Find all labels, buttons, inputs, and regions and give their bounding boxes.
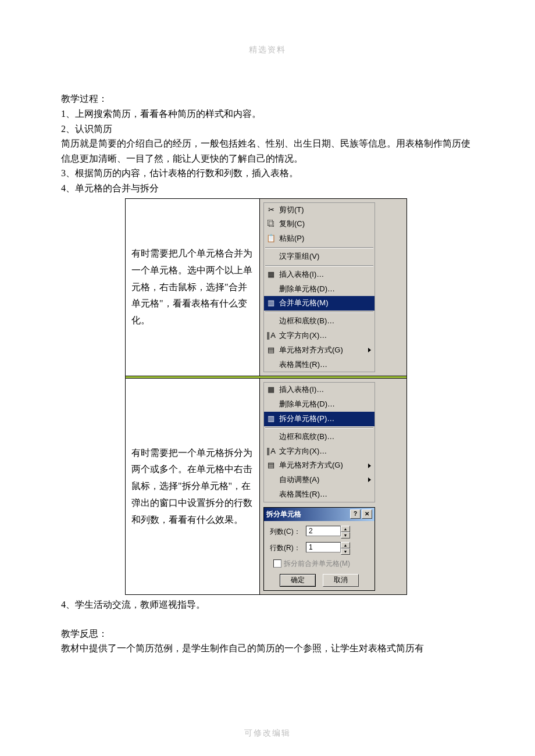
- menu-item-copy[interactable]: ⿻ 复制(C): [264, 217, 374, 231]
- menu-label: 单元格对齐方式(G): [279, 459, 362, 472]
- blank-icon: [266, 317, 276, 326]
- blank-icon: [266, 252, 276, 261]
- body-text: 教学过程： 1、上网搜索简历，看看各种简历的样式和内容。 2、认识简历 简历就是…: [61, 91, 474, 195]
- menu-separator: [265, 265, 373, 266]
- menu-label: 边框和底纹(B)…: [279, 315, 371, 327]
- paragraph: 教学过程：: [61, 91, 474, 106]
- spin-down-button[interactable]: ▼: [341, 548, 350, 555]
- menu-item-text-direction[interactable]: ‖A 文字方向(X)…: [264, 329, 374, 343]
- menu-label: 插入表格(I)…: [279, 384, 371, 396]
- instruction-table: 有时需要把几个单元格合并为一个单元格。选中两个以上单元格，右击鼠标，选择"合并单…: [125, 198, 407, 595]
- cancel-button[interactable]: 取消: [323, 574, 359, 587]
- menu-separator: [265, 312, 373, 313]
- spin-up-button[interactable]: ▲: [341, 542, 350, 548]
- close-button[interactable]: ✕: [362, 509, 372, 519]
- help-button[interactable]: ?: [350, 509, 361, 519]
- dialog-body: 列数(C)： ▲ ▼ 行数(R)：: [264, 521, 374, 590]
- split-icon: ▥: [266, 414, 276, 423]
- merge-menu-cell: ✂ 剪切(T) ⿻ 复制(C) 📋 粘贴(P): [260, 198, 407, 376]
- paragraph: 3、根据简历的内容，估计表格的行数和列数，插入表格。: [61, 166, 474, 181]
- paragraph: 教学反思：: [61, 626, 474, 641]
- menu-item-paste[interactable]: 📋 粘贴(P): [264, 231, 374, 246]
- document-page: 精选资料 教学过程： 1、上网搜索简历，看看各种简历的样式和内容。 2、认识简历…: [0, 0, 535, 756]
- menu-item-align[interactable]: ▤ 单元格对齐方式(G): [264, 458, 374, 473]
- table-icon: ▦: [266, 270, 276, 279]
- spin-up-button[interactable]: ▲: [341, 526, 350, 532]
- cut-icon: ✂: [266, 205, 276, 215]
- menu-item-align[interactable]: ▤ 单元格对齐方式(G): [264, 343, 374, 358]
- align-icon: ▤: [266, 345, 276, 355]
- merge-description-cell: 有时需要把几个单元格合并为一个单元格。选中两个以上单元格，右击鼠标，选择"合并单…: [126, 198, 260, 376]
- split-menu-cell: ▦ 插入表格(I)… 删除单元格(D)… ▥ 拆分单元格(P)…: [260, 379, 407, 595]
- columns-label: 列数(C)：: [270, 526, 302, 537]
- menu-item-delete-cell[interactable]: 删除单元格(D)…: [264, 282, 374, 297]
- checkbox-box[interactable]: [273, 559, 281, 568]
- menu-label: 文字方向(X)…: [279, 330, 371, 342]
- columns-input[interactable]: [306, 526, 341, 536]
- menu-label: 拆分单元格(P)…: [279, 413, 371, 425]
- rows-row: 行数(R)： ▲ ▼: [270, 542, 369, 555]
- paragraph: 教材中提供了一个简历范例，是学生制作自己的简历的一个参照，让学生对表格式简历有: [61, 641, 474, 656]
- text-direction-icon: ‖A: [266, 447, 276, 456]
- menu-label: 复制(C): [279, 218, 371, 230]
- menu-item-border[interactable]: 边框和底纹(B)…: [264, 430, 374, 444]
- menu-item-border[interactable]: 边框和底纹(B)…: [264, 314, 374, 329]
- body-text: 4、学生活动交流，教师巡视指导。 教学反思： 教材中提供了一个简历范例，是学生制…: [61, 597, 474, 656]
- context-menu-split: ▦ 插入表格(I)… 删除单元格(D)… ▥ 拆分单元格(P)…: [263, 382, 375, 502]
- rows-label: 行数(R)：: [270, 543, 302, 554]
- menu-separator: [265, 247, 373, 248]
- menu-label: 文字方向(X)…: [279, 445, 371, 458]
- blank-icon: [266, 360, 276, 369]
- menu-item-insert-table[interactable]: ▦ 插入表格(I)…: [264, 383, 374, 397]
- menu-label: 单元格对齐方式(G): [279, 344, 362, 356]
- menu-label: 表格属性(R)…: [279, 488, 371, 501]
- blank-icon: [266, 490, 276, 499]
- rows-input[interactable]: [306, 542, 341, 552]
- menu-item-text-direction[interactable]: ‖A 文字方向(X)…: [264, 444, 374, 459]
- spin-down-button[interactable]: ▼: [341, 532, 350, 539]
- menu-item-props[interactable]: 表格属性(R)…: [264, 358, 374, 372]
- menu-label: 删除单元格(D)…: [279, 398, 371, 411]
- text-direction-icon: ‖A: [266, 331, 276, 340]
- dialog-title-text: 拆分单元格: [266, 509, 301, 520]
- menu-label: 合并单元格(M): [279, 297, 371, 309]
- menu-item-split-cell[interactable]: ▥ 拆分单元格(P)…: [264, 412, 374, 426]
- menu-separator: [265, 427, 373, 429]
- menu-item-autofit[interactable]: 自动调整(A): [264, 473, 374, 487]
- blank-icon: [266, 432, 276, 441]
- menu-item-recompose[interactable]: 汉字重组(V): [264, 249, 374, 264]
- blank-icon: [266, 400, 276, 409]
- blank-icon: [266, 284, 276, 294]
- submenu-arrow-icon: [368, 477, 371, 482]
- menu-item-insert-table[interactable]: ▦ 插入表格(I)…: [264, 268, 374, 282]
- dialog-titlebar: 拆分单元格 ? ✕: [264, 508, 374, 521]
- menu-item-props[interactable]: 表格属性(R)…: [264, 487, 374, 502]
- table-row: 有时需要把一个单元格拆分为两个或多个。在单元格中右击鼠标，选择"拆分单元格"，在…: [126, 379, 407, 595]
- menu-label: 剪切(T): [279, 204, 371, 216]
- paragraph: 4、学生活动交流，教师巡视指导。: [61, 597, 474, 612]
- ok-button[interactable]: 确定: [280, 574, 316, 587]
- menu-label: 粘贴(P): [279, 233, 371, 245]
- paragraph: 1、上网搜索简历，看看各种简历的样式和内容。: [61, 106, 474, 122]
- dialog-buttons: 确定 取消: [270, 574, 369, 587]
- menu-item-delete-cell[interactable]: 删除单元格(D)…: [264, 397, 374, 412]
- menu-label: 自动调整(A): [279, 474, 362, 486]
- menu-item-cut[interactable]: ✂ 剪切(T): [264, 203, 374, 217]
- table-row: 有时需要把几个单元格合并为一个单元格。选中两个以上单元格，右击鼠标，选择"合并单…: [126, 198, 407, 376]
- paste-icon: 📋: [266, 234, 276, 244]
- menu-item-merge-cell[interactable]: ▥ 合并单元格(M): [264, 296, 374, 311]
- paragraph: 2、认识简历: [61, 122, 474, 137]
- submenu-arrow-icon: [368, 348, 371, 352]
- columns-row: 列数(C)： ▲ ▼: [270, 526, 369, 539]
- menu-label: 表格属性(R)…: [279, 359, 371, 371]
- menu-label: 汉字重组(V): [279, 251, 371, 263]
- context-menu-merge: ✂ 剪切(T) ⿻ 复制(C) 📋 粘贴(P): [263, 202, 375, 373]
- paragraph: 4、单元格的合并与拆分: [61, 181, 474, 196]
- page-header: 精选资料: [61, 44, 474, 56]
- blank-icon: [266, 475, 276, 484]
- merge-icon: ▥: [266, 299, 276, 308]
- page-footer: 可修改编辑: [0, 727, 535, 740]
- merge-before-split-checkbox[interactable]: 拆分前合并单元格(M): [273, 558, 369, 569]
- copy-icon: ⿻: [266, 220, 276, 229]
- menu-label: 插入表格(I)…: [279, 269, 371, 281]
